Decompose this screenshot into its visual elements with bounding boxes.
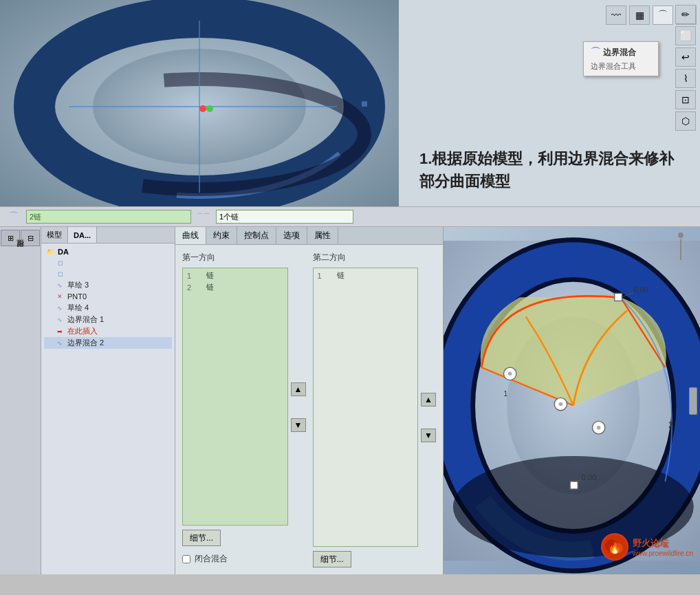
svg-text:2: 2 xyxy=(668,420,673,430)
main-3d-viewport: 0.00 2 0.00 1 xyxy=(444,227,700,574)
chain-input-row: 2链 ⌒⌒ 1个链 xyxy=(26,208,694,225)
tooltip-box: ⌒ 边界混合 边界混合工具 xyxy=(583,41,659,76)
toolbar-icon-2[interactable]: ▦ xyxy=(629,6,650,25)
list-item[interactable]: ◻ xyxy=(44,257,172,268)
second-direction-label: 第二方向 xyxy=(313,252,437,263)
tooltip-label: 边界混合工具 xyxy=(591,61,651,72)
toolbar-icon-8[interactable]: ⌇ xyxy=(675,69,696,88)
watermark-text-block: 野火论坛 www.proewildfire.cn xyxy=(633,537,693,557)
chain2-input[interactable]: 1个链 xyxy=(216,210,353,224)
list-item[interactable]: ➡ 在此插入 xyxy=(44,325,172,337)
watermark-logo: 🔥 xyxy=(601,533,628,561)
main-area: ⊞ ⊟ 模型树 模型 DA... 📁 DA ◻ ◻ xyxy=(0,227,700,574)
scroll-handle[interactable] xyxy=(689,387,697,415)
sketch-icon-3: ∿ xyxy=(55,281,65,290)
first-direction-table[interactable]: 1 链 2 链 xyxy=(182,268,288,526)
point-icon: ✕ xyxy=(55,292,65,301)
list-item[interactable]: ∿ 边界混合 1 xyxy=(44,314,172,325)
axis-dot xyxy=(678,232,683,238)
chain1-input[interactable]: 2链 xyxy=(26,210,191,224)
left-sidebar: ⊞ ⊟ 模型树 xyxy=(0,227,41,574)
axis-indicator xyxy=(675,232,686,267)
tree-tabs: 模型 DA... xyxy=(41,227,175,244)
closed-blend-checkbox[interactable] xyxy=(182,555,190,563)
down-arrow-2[interactable]: ▼ xyxy=(421,429,436,442)
dialog-panel: 曲线 约束 控制点 选项 属性 第一方向 1 链 2 链 xyxy=(175,227,444,574)
toolbar-icon-9[interactable]: ⊡ xyxy=(675,90,696,109)
svg-point-20 xyxy=(597,426,601,430)
chain-row-2: 2 链 xyxy=(184,281,286,293)
svg-text:🔥: 🔥 xyxy=(608,541,622,554)
chain-row-3: 1 链 xyxy=(315,270,417,281)
tree-content: 📁 DA ◻ ◻ ∿ 草绘 3 ✕ PNT0 ∿ 草绘 4 xyxy=(41,244,175,574)
first-direction-label: 第一方向 xyxy=(182,252,306,263)
tab-constraints[interactable]: 约束 xyxy=(206,227,237,244)
tree-tab-da[interactable]: DA... xyxy=(68,227,97,243)
list-item[interactable]: ◻ xyxy=(44,268,172,279)
folder-icon: 📁 xyxy=(45,247,55,257)
up-arrow-1[interactable]: ▲ xyxy=(291,382,306,396)
closed-blend-row: 闭合混合 xyxy=(182,550,306,567)
second-arrows: ▲ ▼ xyxy=(421,268,436,547)
blend-icon-2: ∿ xyxy=(55,338,65,348)
sidebar-icon-grid2[interactable]: ⊟ xyxy=(21,230,40,246)
toolbar-top: 〰 ▦ ⌒ ⬡ ⌒ 边界混合 边界混合工具 xyxy=(399,0,700,30)
tree-tab-model[interactable]: 模型 xyxy=(41,227,68,243)
svg-text:0.00: 0.00 xyxy=(633,285,648,294)
svg-point-18 xyxy=(508,372,512,376)
feature-tree: 模型 DA... 📁 DA ◻ ◻ ∿ 草绘 3 ✕ xyxy=(41,227,175,574)
detail-btn-2[interactable]: 细节... xyxy=(313,551,351,567)
second-direction-section: 第二方向 1 链 ▲ ▼ 细节... xyxy=(313,252,437,567)
tab-options[interactable]: 选项 xyxy=(276,227,307,244)
watermark-name: 野火论坛 xyxy=(633,537,693,550)
toolbar-icon-10[interactable]: ⬡ xyxy=(675,111,696,131)
tab-curves[interactable]: 曲线 xyxy=(175,227,206,244)
sketch-icon: ◻ xyxy=(55,258,65,268)
sketch-icon-4: ∿ xyxy=(55,303,65,313)
dialog-tabs: 曲线 约束 控制点 选项 属性 xyxy=(175,227,443,245)
svg-point-7 xyxy=(199,105,206,112)
list-item[interactable]: ∿ 边界混合 2 xyxy=(44,337,172,349)
closed-blend-label: 闭合混合 xyxy=(195,553,228,565)
toolbar-icon-6[interactable]: ⬜ xyxy=(675,26,696,45)
tooltip-title: 边界混合 xyxy=(603,47,636,58)
svg-point-8 xyxy=(206,105,213,112)
axis-line xyxy=(680,239,681,260)
tab-control-points[interactable]: 控制点 xyxy=(237,227,276,244)
dialog-body: 第一方向 1 链 2 链 ▲ ▼ xyxy=(175,245,443,574)
sidebar-tab-model[interactable]: 模型树 xyxy=(14,250,27,256)
list-item[interactable]: ∿ 草绘 4 xyxy=(44,302,172,314)
toolbar-area: 〰 ▦ ⌒ ⬡ ⌒ 边界混合 边界混合工具 ✏ ⬜ ↩ ⌇ ⊡ ⬡ 1.根据原始… xyxy=(399,0,700,206)
svg-text:0.00: 0.00 xyxy=(582,473,597,482)
up-arrow-2[interactable]: ▲ xyxy=(421,393,436,407)
separator-icon: ⌒⌒ xyxy=(195,208,212,225)
instruction-text: 1.根据原始模型，利用边界混合来修补部分曲面模型 xyxy=(399,133,700,206)
sidebar-icon-grid1[interactable]: ⊞ xyxy=(1,230,20,246)
tooltip-icon: ⌒ 边界混合 xyxy=(591,46,651,58)
list-item[interactable]: ∿ 草绘 3 xyxy=(44,279,172,291)
second-direction-table[interactable]: 1 链 xyxy=(313,268,419,547)
svg-text:1: 1 xyxy=(503,390,507,398)
watermark-url: www.proewildfire.cn xyxy=(633,550,693,557)
top-3d-viewport xyxy=(0,0,399,206)
svg-point-19 xyxy=(559,402,563,407)
list-item[interactable]: 📁 DA xyxy=(44,246,172,257)
first-direction-section: 第一方向 1 链 2 链 ▲ ▼ xyxy=(182,252,306,567)
toolbar-icon-5[interactable]: ✏ xyxy=(675,5,696,24)
toolbar-icon-1[interactable]: 〰 xyxy=(606,6,626,25)
down-arrow-1[interactable]: ▼ xyxy=(291,418,306,432)
sketch-icon-2: ◻ xyxy=(55,269,65,279)
chain-row-1: 1 链 xyxy=(184,270,286,281)
detail-btn-1[interactable]: 细节... xyxy=(182,530,221,546)
watermark: 🔥 野火论坛 www.proewildfire.cn xyxy=(601,533,693,561)
toolbar-icon-7[interactable]: ↩ xyxy=(675,47,696,67)
tab-attributes[interactable]: 属性 xyxy=(307,227,338,244)
boundary-blend-icon: ⌒ xyxy=(6,208,22,225)
toolbar-icon-3[interactable]: ⌒ xyxy=(653,6,673,25)
insert-icon: ➡ xyxy=(55,327,65,336)
middle-strip: ⌒ 2链 ⌒⌒ 1个链 xyxy=(0,206,700,227)
svg-rect-22 xyxy=(570,482,578,489)
list-item[interactable]: ✕ PNT0 xyxy=(44,291,172,302)
first-arrows: ▲ ▼ xyxy=(291,268,306,526)
blend-icon-1: ∿ xyxy=(55,315,65,325)
